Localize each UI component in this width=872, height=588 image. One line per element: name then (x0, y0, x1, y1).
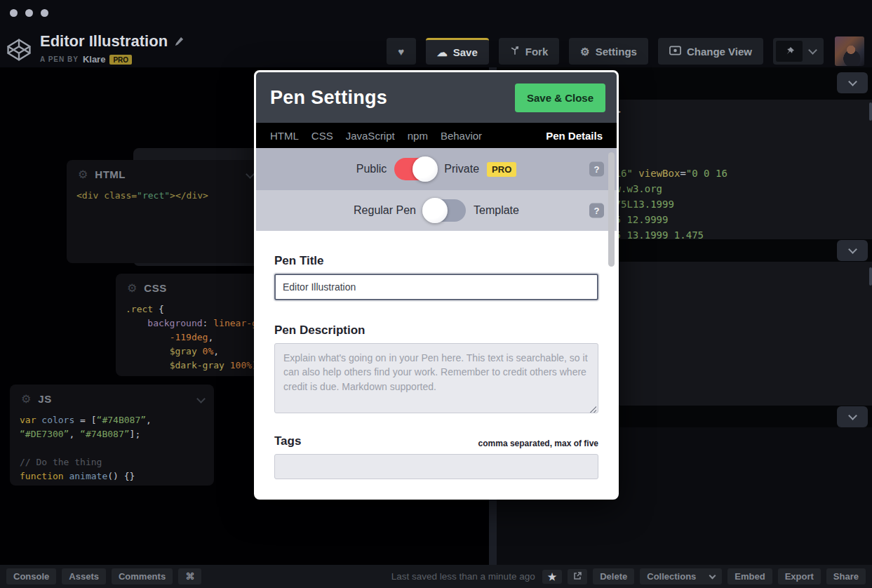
author-pro-badge: PRO (109, 55, 132, 65)
tab-javascript[interactable]: JavaScript (346, 130, 395, 142)
settings-button[interactable]: ⚙ Settings (569, 38, 648, 65)
pro-badge: PRO (487, 162, 516, 177)
modal-scrollbar[interactable] (608, 152, 615, 267)
tab-pen-details[interactable]: Pen Details (546, 130, 603, 142)
privacy-toggle[interactable] (394, 158, 436, 180)
modal-body: Public Private PRO ? Regular Pen Templat… (256, 148, 617, 497)
edit-pencil-icon[interactable] (174, 32, 184, 51)
gear-icon: ⚙ (78, 169, 88, 180)
tags-input[interactable] (274, 454, 598, 479)
avatar[interactable] (835, 36, 864, 66)
codepen-logo-icon[interactable] (6, 36, 32, 66)
toggle-knob[interactable] (412, 156, 438, 182)
collections-dropdown[interactable]: Collections (640, 568, 722, 584)
save-and-close-button[interactable]: Save & Close (515, 83, 605, 112)
pen-title-input[interactable] (274, 274, 598, 300)
collapse-editor-button[interactable] (837, 406, 868, 427)
window-dot-1[interactable] (10, 9, 18, 17)
pen-settings-modal: Pen Settings Save & Close HTML CSS JavaS… (254, 70, 619, 500)
panel-title: CSS (144, 282, 166, 294)
top-header: Editor Illustration A PEN BY Klare PRO ♥… (0, 0, 872, 67)
window-controls[interactable] (10, 9, 48, 17)
modal-header: Pen Settings Save & Close (256, 72, 617, 123)
assets-button[interactable]: Assets (62, 568, 106, 584)
pin-icon[interactable] (776, 41, 803, 62)
console-button[interactable]: Console (6, 568, 56, 584)
screen-icon (669, 46, 681, 57)
regular-pen-label: Regular Pen (354, 204, 416, 217)
pen-description-label: Pen Description (274, 323, 365, 338)
js-code: var colors = [“#74B087”,“#DE7300”, “#74B… (10, 410, 214, 486)
codepen-editor: Editor Illustration A PEN BY Klare PRO ♥… (0, 0, 872, 588)
tab-html[interactable]: HTML (270, 130, 299, 142)
save-button[interactable]: ☁ Save (426, 38, 489, 65)
chevron-down-icon (709, 573, 716, 580)
illustration-js-panel: ⚙ JS var colors = [“#74B087”,“#DE7300”, … (10, 385, 214, 486)
gear-icon: ⚙ (127, 283, 137, 294)
love-button[interactable]: ♥ (387, 38, 416, 65)
fork-icon (510, 46, 520, 57)
tags-label: Tags (274, 434, 301, 448)
public-label: Public (356, 163, 387, 175)
pen-description-textarea[interactable] (274, 343, 598, 413)
editor-scrollbar[interactable] (869, 267, 872, 286)
share-button[interactable]: Share (826, 568, 866, 584)
window-dot-3[interactable] (41, 9, 48, 17)
html-code: <div class="rect"></div> (67, 186, 263, 206)
panel-title: HTML (95, 168, 126, 180)
tab-behavior[interactable]: Behavior (441, 130, 482, 142)
private-label: Private (444, 163, 479, 175)
gear-icon: ⚙ (21, 394, 31, 405)
star-icon: ★ (548, 572, 557, 582)
privacy-help-button[interactable]: ? (589, 162, 604, 177)
saved-status: Last saved less than a minute ago (391, 571, 535, 582)
pin-button-group[interactable] (773, 38, 824, 65)
privacy-row: Public Private PRO ? (256, 148, 617, 190)
window-dot-2[interactable] (25, 9, 33, 17)
collapse-editor-button[interactable] (837, 240, 868, 261)
tab-css[interactable]: CSS (311, 130, 333, 142)
byline-prefix: A PEN BY (40, 55, 79, 63)
collapse-editor-button[interactable] (837, 72, 868, 93)
illustration-html-panel: ⚙ HTML <div class="rect"></div> (67, 160, 263, 263)
footer-bar: Console Assets Comments ⌘ Last saved les… (0, 565, 872, 588)
star-button[interactable]: ★ (542, 570, 563, 584)
comments-button[interactable]: Comments (112, 568, 173, 584)
cloud-icon: ☁ (437, 47, 448, 58)
gear-icon: ⚙ (580, 46, 589, 57)
export-button[interactable]: Export (778, 568, 821, 584)
template-label: Template (474, 204, 519, 217)
editor-scrollbar[interactable] (869, 102, 872, 121)
template-help-button[interactable]: ? (589, 203, 604, 218)
tags-hint: comma separated, max of five (478, 439, 598, 448)
keyboard-shortcuts-button[interactable]: ⌘ (178, 568, 201, 584)
fork-button[interactable]: Fork (499, 38, 560, 65)
template-row: Regular Pen Template ? (256, 190, 617, 231)
modal-title: Pen Settings (270, 87, 387, 109)
change-view-button[interactable]: Change View (658, 38, 763, 65)
heart-icon: ♥ (398, 46, 404, 57)
external-link-icon (573, 572, 582, 582)
pen-title-text: Editor Illustration (40, 32, 168, 51)
open-external-button[interactable] (568, 569, 587, 584)
toggle-knob[interactable] (422, 198, 448, 223)
delete-button[interactable]: Delete (593, 568, 634, 584)
tab-npm[interactable]: npm (408, 130, 428, 142)
template-toggle[interactable] (424, 199, 466, 222)
pin-dropdown-chevron[interactable] (804, 50, 821, 53)
modal-tab-bar: HTML CSS JavaScript npm Behavior Pen Det… (256, 123, 617, 148)
author-link[interactable]: Klare (83, 54, 106, 65)
panel-title: JS (38, 393, 51, 405)
pen-title-label: Pen Title (274, 254, 324, 268)
embed-button[interactable]: Embed (727, 568, 772, 584)
